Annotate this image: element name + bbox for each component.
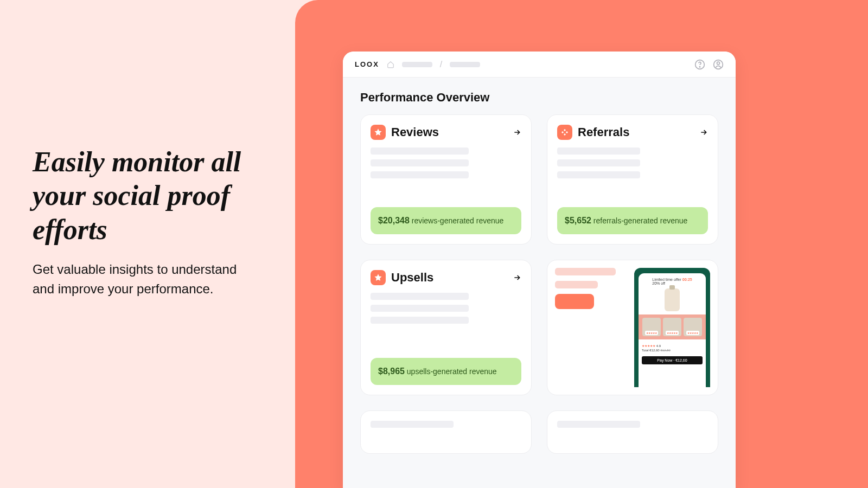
product-image: [665, 288, 680, 311]
revenue-banner: $20,348 reviews-generated revenue: [371, 207, 521, 234]
product-meta: ★★★★★ 4.9 Total €12,60 €12,80: [642, 344, 703, 352]
svg-point-3: [717, 62, 720, 65]
promo-skeleton-line: [555, 281, 598, 288]
content-area: Performance Overview Reviews: [343, 78, 736, 467]
skeleton-lines: [371, 147, 521, 178]
card-reviews[interactable]: Reviews $20,348 reviews-generated revenu…: [360, 114, 532, 245]
promo-skeleton-line: [555, 268, 616, 275]
revenue-label: upsells-generated revenue: [405, 367, 497, 376]
skeleton-lines: [371, 293, 521, 324]
cards-grid: Reviews $20,348 reviews-generated revenu…: [360, 114, 718, 454]
card-title: Referrals: [578, 125, 694, 139]
promo-preview: Limited time offer 00:25 20% off ★★★★★ ★…: [634, 268, 710, 387]
referral-icon: [557, 125, 572, 140]
card-stub[interactable]: [547, 410, 718, 454]
thumbnail: ★★★★★: [642, 318, 661, 336]
hero-headline: Easily monitor all your social proof eff…: [33, 145, 260, 247]
revenue-banner: $5,652 referrals-generated revenue: [557, 207, 708, 234]
review-thumbnails: ★★★★★ ★★★★★ ★★★★★: [639, 314, 706, 339]
home-icon[interactable]: [387, 61, 394, 68]
promo-text-area: [555, 268, 627, 387]
revenue-banner: $8,965 upsells-generated revenue: [371, 358, 521, 385]
arrow-right-icon[interactable]: [513, 273, 521, 282]
skeleton-lines: [557, 147, 708, 178]
card-title: Reviews: [391, 125, 507, 139]
card-referrals[interactable]: Referrals $5,652 referrals-generated rev…: [547, 114, 718, 245]
phone-mockup: Limited time offer 00:25 20% off ★★★★★ ★…: [639, 273, 706, 387]
brand-logo: LOOX: [355, 60, 379, 68]
promo-cta-button[interactable]: [555, 294, 594, 309]
arrow-right-icon[interactable]: [513, 128, 521, 137]
star-icon: [371, 270, 386, 285]
arrow-right-icon[interactable]: [699, 128, 708, 137]
star-icon: [371, 125, 386, 140]
revenue-label: referrals-generated revenue: [591, 216, 687, 225]
card-stub[interactable]: [360, 410, 532, 454]
offer-banner: Limited time offer 00:25 20% off: [652, 278, 692, 285]
card-title: Upsells: [391, 271, 507, 285]
pay-now-button[interactable]: Pay Now · €12,60: [642, 356, 703, 364]
page-title: Performance Overview: [360, 91, 718, 105]
revenue-amount: $8,965: [378, 367, 405, 376]
hero-copy: Easily monitor all your social proof eff…: [33, 145, 260, 299]
hero-subhead: Get valuable insights to understand and …: [33, 260, 260, 299]
revenue-amount: $20,348: [378, 216, 410, 225]
breadcrumb-separator: /: [440, 60, 442, 69]
profile-icon[interactable]: [713, 59, 724, 70]
thumbnail: ★★★★★: [663, 318, 681, 336]
svg-point-1: [699, 66, 700, 67]
card-promo[interactable]: Limited time offer 00:25 20% off ★★★★★ ★…: [547, 260, 718, 395]
app-window: LOOX / Performance Overview Reviews: [343, 52, 736, 488]
thumbnail: ★★★★★: [684, 318, 702, 336]
revenue-amount: $5,652: [565, 216, 591, 225]
help-icon[interactable]: [694, 59, 705, 70]
breadcrumb-segment[interactable]: [450, 62, 480, 67]
card-upsells[interactable]: Upsells $8,965 upsells-generated revenue: [360, 260, 532, 395]
revenue-label: reviews-generated revenue: [410, 216, 504, 225]
breadcrumb-segment[interactable]: [402, 62, 432, 67]
topbar: LOOX /: [343, 52, 736, 78]
